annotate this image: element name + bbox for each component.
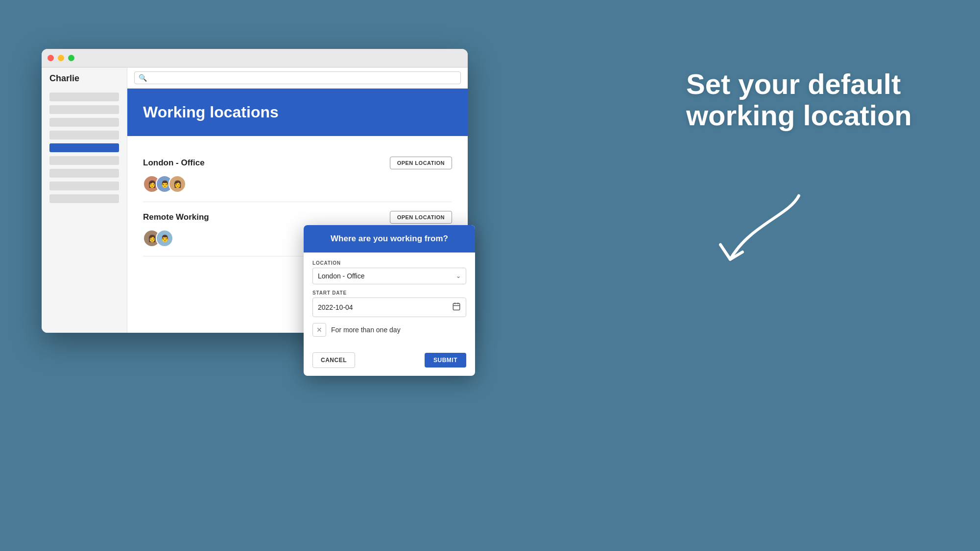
promo-title-line1: Set your default working location	[686, 69, 931, 131]
arrow-icon	[711, 186, 809, 274]
location-1-name: London - Office	[143, 158, 205, 168]
dialog: Where are you working from? LOCATION Lon…	[304, 225, 475, 376]
dialog-footer: CANCEL SUBMIT	[304, 352, 475, 376]
sidebar-item-1[interactable]	[49, 92, 119, 101]
location-1-header: London - Office OPEN LOCATION	[143, 157, 452, 169]
start-date-value: 2022-10-04	[318, 303, 353, 311]
location-dropdown[interactable]: London - Office ⌄	[312, 268, 466, 284]
dialog-body: LOCATION London - Office ⌄ START DATE 20…	[304, 253, 475, 352]
location-1-avatars: 👩 👨 👩	[143, 175, 452, 193]
cancel-button[interactable]: CANCEL	[312, 352, 355, 368]
page-header: Working locations	[127, 89, 468, 136]
start-date-label: START DATE	[312, 290, 466, 296]
dialog-title: Where are you working from?	[331, 234, 448, 243]
open-location-1-button[interactable]: OPEN LOCATION	[390, 157, 452, 169]
sidebar-item-4[interactable]	[49, 131, 119, 139]
more-than-one-day-label: For more than one day	[331, 326, 401, 334]
more-than-one-day-row: ✕ For more than one day	[312, 323, 466, 337]
sidebar-item-7[interactable]	[49, 169, 119, 178]
location-dropdown-value: London - Office	[318, 272, 364, 280]
sidebar-item-active[interactable]	[49, 143, 119, 152]
location-item-1: London - Office OPEN LOCATION 👩 👨 👩	[143, 148, 452, 202]
close-button[interactable]	[48, 55, 54, 61]
more-than-one-day-checkbox[interactable]: ✕	[312, 323, 326, 337]
avatar-3: 👩	[168, 175, 186, 193]
minimize-button[interactable]	[58, 55, 64, 61]
svg-rect-0	[453, 303, 460, 310]
submit-button[interactable]: SUBMIT	[425, 353, 466, 367]
page-title: Working locations	[143, 103, 279, 121]
avatar-5: 👨	[156, 230, 173, 247]
location-field-label: LOCATION	[312, 260, 466, 266]
start-date-field-group: START DATE 2022-10-04	[312, 290, 466, 317]
open-location-2-button[interactable]: OPEN LOCATION	[390, 211, 452, 224]
chevron-down-icon: ⌄	[456, 273, 461, 279]
promo-text: Set your default working location	[686, 69, 931, 131]
location-field-group: LOCATION London - Office ⌄	[312, 260, 466, 284]
sidebar-username: Charlie	[49, 73, 119, 84]
calendar-icon	[452, 302, 461, 313]
sidebar-item-9[interactable]	[49, 194, 119, 203]
title-bar	[42, 49, 468, 68]
location-2-name: Remote Working	[143, 212, 209, 222]
start-date-input[interactable]: 2022-10-04	[312, 298, 466, 317]
sidebar-item-6[interactable]	[49, 156, 119, 165]
sidebar-item-8[interactable]	[49, 182, 119, 190]
dialog-header: Where are you working from?	[304, 225, 475, 253]
sidebar: Charlie	[42, 68, 127, 333]
sidebar-item-3[interactable]	[49, 118, 119, 127]
sidebar-item-2[interactable]	[49, 105, 119, 114]
maximize-button[interactable]	[68, 55, 74, 61]
checkbox-x-icon: ✕	[316, 326, 322, 334]
search-bar	[127, 68, 468, 89]
location-2-header: Remote Working OPEN LOCATION	[143, 211, 452, 224]
search-input[interactable]	[134, 71, 461, 84]
